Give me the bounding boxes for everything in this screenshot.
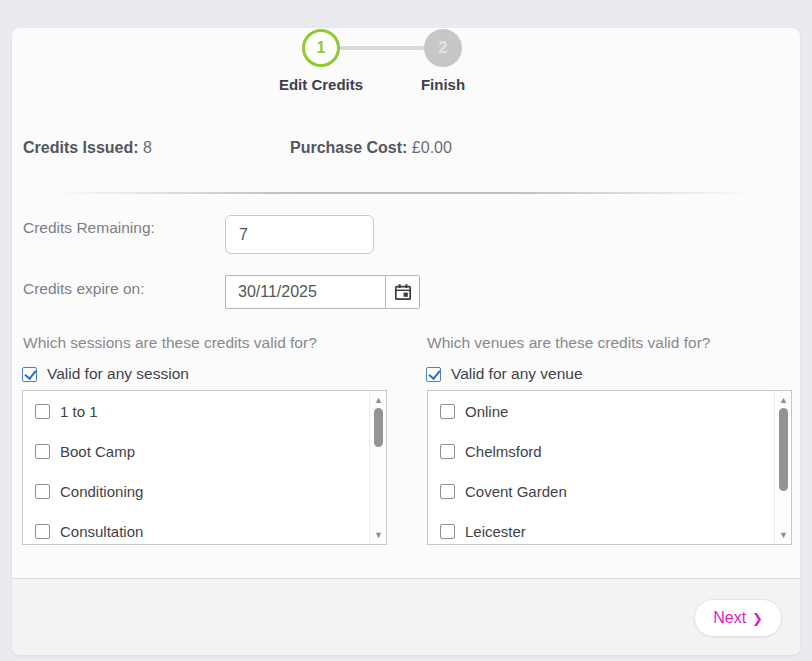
credits-remaining-input[interactable]	[225, 215, 374, 254]
venue-option-checkbox[interactable]	[440, 444, 455, 459]
venue-option-row[interactable]: Covent Garden	[428, 471, 773, 511]
step-2-label: Finish	[373, 76, 513, 93]
venue-option-checkbox[interactable]	[440, 484, 455, 499]
session-option-checkbox[interactable]	[35, 484, 50, 499]
purchase-cost-label: Purchase Cost:	[290, 139, 407, 156]
session-option-label: Conditioning	[60, 483, 143, 500]
credits-expire-label: Credits expire on:	[23, 280, 144, 298]
sessions-scrollbar[interactable]: ▲ ▼	[369, 391, 386, 544]
valid-any-venue-checkbox[interactable]	[426, 367, 441, 382]
scroll-down-icon[interactable]: ▼	[775, 528, 792, 542]
session-option-label: Boot Camp	[60, 443, 135, 460]
session-option-row[interactable]: Consultation	[23, 511, 368, 545]
step-2-circle: 2	[424, 29, 462, 67]
valid-any-session-checkbox[interactable]	[22, 367, 37, 382]
valid-any-session-row[interactable]: Valid for any session	[22, 365, 189, 383]
valid-any-venue-row[interactable]: Valid for any venue	[426, 365, 583, 383]
session-option-row[interactable]: Boot Camp	[23, 431, 368, 471]
scroll-up-icon[interactable]: ▲	[775, 393, 792, 407]
session-option-checkbox[interactable]	[35, 524, 50, 539]
session-option-row[interactable]: 1 to 1	[23, 391, 368, 431]
calendar-icon	[393, 282, 413, 302]
valid-any-session-label: Valid for any session	[47, 365, 189, 383]
purchase-cost-value: £0.00	[412, 139, 452, 156]
sessions-list: 1 to 1 Boot Camp Conditioning Consultati…	[22, 390, 387, 545]
date-picker-button[interactable]	[385, 275, 420, 309]
session-option-label: Consultation	[60, 523, 143, 540]
venue-option-label: Covent Garden	[465, 483, 567, 500]
venues-question: Which venues are these credits valid for…	[427, 334, 710, 352]
session-option-checkbox[interactable]	[35, 444, 50, 459]
step-2-number: 2	[439, 39, 448, 57]
session-option-checkbox[interactable]	[35, 404, 50, 419]
edit-credits-card: 1 Edit Credits 2 Finish Credits Issued: …	[12, 28, 800, 655]
venue-option-label: Chelmsford	[465, 443, 542, 460]
session-option-row[interactable]: Conditioning	[23, 471, 368, 511]
step-edit-credits: 1 Edit Credits	[251, 29, 391, 93]
venue-option-row[interactable]: Leicester	[428, 511, 773, 545]
venues-scrollbar[interactable]: ▲ ▼	[774, 391, 791, 544]
venue-option-checkbox[interactable]	[440, 404, 455, 419]
credits-expire-group	[225, 275, 420, 309]
venue-option-label: Online	[465, 403, 508, 420]
card-footer: Next ❯	[12, 578, 800, 655]
step-finish: 2 Finish	[373, 29, 513, 93]
credits-issued: Credits Issued: 8	[23, 139, 152, 157]
wizard-stepper: 1 Edit Credits 2 Finish	[12, 28, 800, 128]
step-1-number: 1	[317, 39, 326, 57]
venues-list-items: Online Chelmsford Covent Garden Leiceste…	[428, 391, 773, 545]
purchase-cost: Purchase Cost: £0.00	[290, 139, 452, 157]
credits-remaining-label: Credits Remaining:	[23, 219, 155, 237]
credits-expire-input[interactable]	[225, 275, 385, 309]
section-divider	[52, 192, 752, 194]
venue-option-row[interactable]: Chelmsford	[428, 431, 773, 471]
step-1-label: Edit Credits	[251, 76, 391, 93]
venue-option-label: Leicester	[465, 523, 526, 540]
session-option-label: 1 to 1	[60, 403, 98, 420]
next-button-label: Next	[713, 609, 746, 627]
chevron-right-icon: ❯	[752, 611, 763, 626]
sessions-scrollbar-thumb[interactable]	[374, 408, 383, 447]
venue-option-row[interactable]: Online	[428, 391, 773, 431]
credits-issued-label: Credits Issued:	[23, 139, 139, 156]
scroll-down-icon[interactable]: ▼	[370, 528, 387, 542]
scroll-up-icon[interactable]: ▲	[370, 393, 387, 407]
valid-any-venue-label: Valid for any venue	[451, 365, 583, 383]
venues-scrollbar-thumb[interactable]	[779, 408, 788, 491]
venues-list: Online Chelmsford Covent Garden Leiceste…	[427, 390, 792, 545]
next-button[interactable]: Next ❯	[694, 599, 782, 637]
sessions-list-items: 1 to 1 Boot Camp Conditioning Consultati…	[23, 391, 368, 545]
venue-option-checkbox[interactable]	[440, 524, 455, 539]
sessions-question: Which sessions are these credits valid f…	[23, 334, 317, 352]
step-1-circle: 1	[302, 29, 340, 67]
credits-issued-value: 8	[143, 139, 152, 156]
